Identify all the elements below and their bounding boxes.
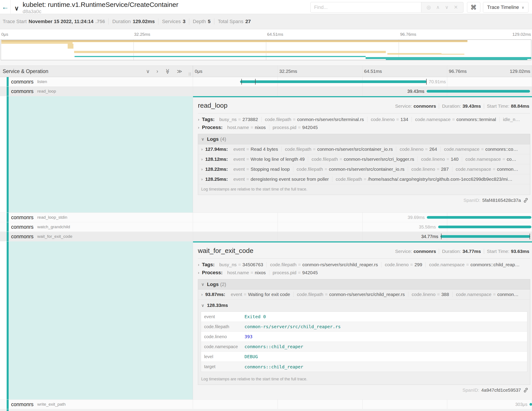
- tag-item: process.pid=942045: [269, 270, 321, 275]
- span-row-read-loop[interactable]: conmonrs read_loop 39.43ms: [0, 87, 532, 96]
- log-marker-tick: [255, 79, 256, 85]
- span-row-wait-for-exit-code[interactable]: conmonrs wait_for_exit_code 34.77ms: [0, 232, 532, 241]
- start-time-label: Start Time:: [487, 249, 510, 254]
- equals-sign: =: [313, 147, 315, 152]
- duration-label: Duration:: [442, 249, 461, 254]
- timeline-tick: 32.25ms: [279, 68, 297, 74]
- back-button[interactable]: ←: [0, 0, 11, 14]
- log-fields: event=Waiting for exit codecode.filepath…: [228, 292, 522, 297]
- span-row-write-exit-path[interactable]: conmonrs write_exit_path 303μs: [0, 400, 532, 409]
- tags-label: Tags:: [202, 262, 215, 268]
- process-section[interactable]: › Process: host.name=nixosprocess.pid=94…: [198, 270, 530, 275]
- ruler-tick: 32.25ms: [134, 32, 150, 37]
- detail-left-gutter: [0, 96, 193, 213]
- tag-value: 264: [429, 147, 437, 152]
- equals-sign: =: [246, 157, 249, 162]
- equals-sign: =: [324, 166, 327, 172]
- duration-value: 34.77ms: [463, 249, 481, 254]
- tag-key: code.namespace: [415, 117, 451, 122]
- tag-item: code.filepath=conmon-rs/server/src/cri_l…: [308, 157, 418, 162]
- collapse-header-button[interactable]: ∨: [11, 0, 23, 14]
- trace-view-selector[interactable]: Trace Timeline ∨: [483, 2, 528, 13]
- tag-value: /home/sascha/.cargo/registry/src/github.…: [368, 176, 512, 182]
- logs-count: (2): [220, 282, 226, 287]
- field-key: level: [201, 354, 245, 359]
- logs-box: ∨ Logs (2) ›93.87ms:event=Waiting for ex…: [198, 279, 530, 385]
- span-duration-bar[interactable]: [530, 403, 532, 406]
- span-table-header: Service & Operation ∨ › ≫ ≫ || 0μs 32.25…: [0, 66, 532, 77]
- tag-item: code.lineno=134: [367, 117, 412, 122]
- span-color-accent: [7, 232, 9, 241]
- span-duration-bar[interactable]: [427, 90, 530, 93]
- scope-icon[interactable]: ◎: [427, 4, 431, 10]
- twisty-closed-icon: ›: [201, 167, 203, 172]
- field-key: code.lineno: [201, 334, 245, 339]
- logs-header[interactable]: ∨ Logs (2): [198, 279, 530, 290]
- tag-key: code.filepath: [312, 157, 338, 162]
- expanded-log-header[interactable]: ∨ 128.33ms: [198, 300, 530, 308]
- log-row[interactable]: ›128.12ms:event=Wrote log line of length…: [198, 154, 530, 164]
- field-value: Exited 0: [245, 314, 266, 319]
- equals-sign: =: [437, 166, 439, 172]
- trace-minimap[interactable]: [1, 39, 531, 60]
- span-duration-bar[interactable]: [427, 216, 531, 219]
- find-next-icon[interactable]: ∨: [445, 4, 449, 10]
- twisty-closed-icon: ›: [198, 117, 199, 122]
- span-duration-bar[interactable]: [438, 225, 531, 228]
- span-detail-title: read_loop: [198, 102, 228, 109]
- span-duration-bar[interactable]: [240, 80, 426, 83]
- tag-value: co…: [507, 157, 516, 162]
- span-row-watch-grandchild[interactable]: conmonrs watch_grandchild 35.58ms: [0, 222, 532, 232]
- tag-key: host.name: [227, 270, 249, 275]
- find-prev-icon[interactable]: ∧: [436, 4, 440, 10]
- find-clear-icon[interactable]: ✕: [454, 4, 458, 10]
- tag-value: 942045: [302, 125, 318, 130]
- field-key: target: [201, 364, 245, 369]
- log-timestamp: 127.94ms:: [205, 147, 228, 152]
- tag-value: conmonrs::terminal: [456, 117, 496, 122]
- tag-item: code.lineno=299: [381, 262, 426, 267]
- tag-value: conmonrs::child_reap…: [470, 262, 520, 267]
- logs-header[interactable]: ∨ Logs (4): [198, 134, 530, 144]
- span-duration-label: 39.69ms: [408, 215, 425, 220]
- span-duration-bar[interactable]: [440, 235, 530, 238]
- timeline-tick: 129.02ms: [510, 68, 530, 74]
- tag-item: code.filepath=/home/sascha/.cargo/regist…: [332, 176, 516, 182]
- duration-label: Duration: [112, 19, 131, 24]
- tags-section[interactable]: › Tags: busy_ns=273882code.filepath=conm…: [198, 117, 530, 122]
- keyboard-shortcuts-button[interactable]: ⌘: [467, 2, 480, 13]
- service-name: conmonrs: [11, 88, 34, 94]
- link-icon[interactable]: [523, 387, 528, 393]
- expand-all-icon[interactable]: ≫: [177, 68, 182, 74]
- span-color-accent: [7, 400, 9, 409]
- tag-item: host.name=nixos: [224, 270, 269, 275]
- tag-item: event=Wrote log line of length 49: [230, 157, 308, 162]
- process-section[interactable]: › Process: host.name=nixosprocess.pid=94…: [198, 125, 530, 130]
- services-label: Services: [162, 19, 180, 24]
- log-row[interactable]: ›127.94ms:event=Read 4 bytescode.filepat…: [198, 144, 530, 154]
- tags-section[interactable]: › Tags: busy_ns=34506763code.filepath=co…: [198, 262, 530, 268]
- find-input[interactable]: [310, 2, 421, 13]
- collapse-one-icon[interactable]: ∨: [146, 68, 150, 74]
- tag-item: code.lineno=264: [396, 147, 441, 152]
- tag-value: 287: [441, 166, 449, 172]
- total-spans-label: Total Spans: [218, 19, 243, 24]
- service-operation-header: Service & Operation ∨ › ≫ ≫ ||: [0, 66, 193, 77]
- spanid-row: SpanID: 4a947cfd1ce59537: [198, 387, 530, 393]
- logs-box: ∨ Logs (4) ›127.94ms:event=Read 4 bytesc…: [198, 134, 530, 195]
- next-row-sliver: [0, 409, 532, 411]
- tag-value: conmon-rs/server/src/terminal.rs: [297, 117, 364, 122]
- expand-one-icon[interactable]: ›: [156, 68, 158, 74]
- collapse-all-icon[interactable]: ≫: [164, 68, 170, 74]
- span-row-listen[interactable]: conmonrs listen 70.91ms: [0, 77, 532, 87]
- equals-sign: =: [246, 147, 249, 152]
- log-row[interactable]: ›128.22ms:event=Stopping read loopcode.f…: [198, 164, 530, 174]
- column-resizer-grip[interactable]: ||: [189, 72, 191, 76]
- link-icon[interactable]: [523, 198, 528, 203]
- ruler-tick: 129.02ms: [513, 32, 531, 37]
- log-row[interactable]: ›128.25ms:event=deregistering event sour…: [198, 174, 530, 184]
- log-field-row: eventExited 0: [201, 312, 527, 322]
- log-row[interactable]: ›93.87ms:event=Waiting for exit codecode…: [198, 290, 530, 300]
- span-row-read-loop-stdin[interactable]: conmonrs read_loop_stdin 39.69ms: [0, 213, 532, 222]
- view-selector-label: Trace Timeline: [487, 4, 519, 10]
